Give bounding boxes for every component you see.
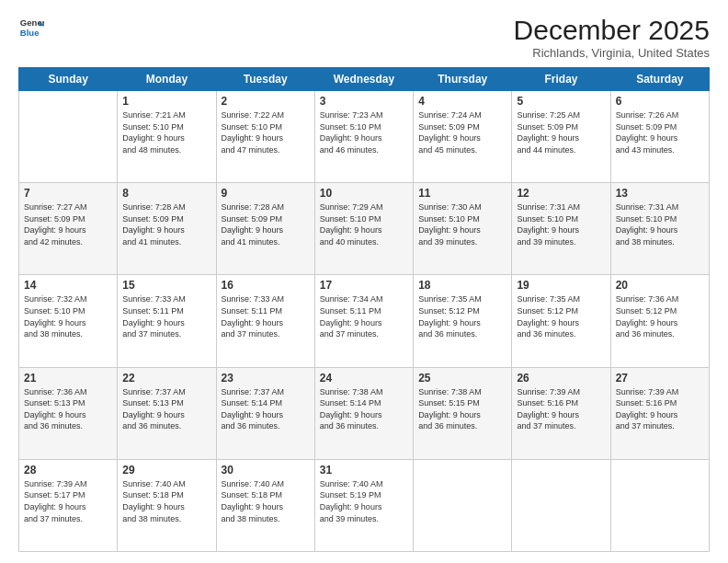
day-number: 31	[320, 464, 408, 477]
header-wednesday: Wednesday	[314, 68, 413, 91]
day-info: Sunrise: 7:28 AM Sunset: 5:09 PM Dayligh…	[122, 201, 210, 247]
calendar-cell: 2Sunrise: 7:22 AM Sunset: 5:10 PM Daylig…	[216, 91, 314, 183]
day-number: 15	[122, 279, 210, 292]
day-number: 5	[517, 95, 605, 108]
calendar-cell: 13Sunrise: 7:31 AM Sunset: 5:10 PM Dayli…	[610, 183, 709, 275]
calendar-cell: 9Sunrise: 7:28 AM Sunset: 5:09 PM Daylig…	[216, 183, 314, 275]
day-number: 6	[616, 95, 704, 108]
calendar-cell: 20Sunrise: 7:36 AM Sunset: 5:12 PM Dayli…	[610, 275, 709, 367]
day-number: 13	[616, 187, 704, 200]
calendar-cell: 28Sunrise: 7:39 AM Sunset: 5:17 PM Dayli…	[19, 459, 118, 551]
day-number: 12	[517, 187, 605, 200]
week-row-4: 21Sunrise: 7:36 AM Sunset: 5:13 PM Dayli…	[19, 367, 710, 459]
day-number: 23	[222, 372, 310, 385]
day-number: 7	[24, 187, 112, 200]
logo: General Blue	[18, 15, 44, 40]
day-info: Sunrise: 7:22 AM Sunset: 5:10 PM Dayligh…	[222, 109, 310, 155]
calendar-table: Sunday Monday Tuesday Wednesday Thursday…	[18, 67, 710, 552]
day-info: Sunrise: 7:27 AM Sunset: 5:09 PM Dayligh…	[24, 201, 112, 247]
day-number: 20	[616, 279, 704, 292]
calendar-cell: 4Sunrise: 7:24 AM Sunset: 5:09 PM Daylig…	[414, 91, 512, 183]
calendar-cell: 5Sunrise: 7:25 AM Sunset: 5:09 PM Daylig…	[512, 91, 610, 183]
calendar-cell	[19, 91, 118, 183]
day-info: Sunrise: 7:35 AM Sunset: 5:12 PM Dayligh…	[418, 293, 506, 339]
calendar-cell: 24Sunrise: 7:38 AM Sunset: 5:14 PM Dayli…	[314, 367, 413, 459]
day-info: Sunrise: 7:24 AM Sunset: 5:09 PM Dayligh…	[418, 109, 506, 155]
calendar-cell: 17Sunrise: 7:34 AM Sunset: 5:11 PM Dayli…	[314, 275, 413, 367]
calendar-cell	[414, 459, 512, 551]
week-row-5: 28Sunrise: 7:39 AM Sunset: 5:17 PM Dayli…	[19, 459, 710, 551]
day-info: Sunrise: 7:40 AM Sunset: 5:18 PM Dayligh…	[122, 478, 210, 524]
day-info: Sunrise: 7:39 AM Sunset: 5:16 PM Dayligh…	[517, 386, 605, 432]
day-number: 8	[122, 187, 210, 200]
month-title: December 2025	[514, 15, 710, 46]
day-number: 18	[418, 279, 506, 292]
day-info: Sunrise: 7:25 AM Sunset: 5:09 PM Dayligh…	[517, 109, 605, 155]
calendar-cell: 16Sunrise: 7:33 AM Sunset: 5:11 PM Dayli…	[216, 275, 314, 367]
day-number: 3	[320, 95, 408, 108]
day-number: 17	[320, 279, 408, 292]
header-sunday: Sunday	[19, 68, 118, 91]
day-number: 29	[122, 464, 210, 477]
calendar-cell: 25Sunrise: 7:38 AM Sunset: 5:15 PM Dayli…	[414, 367, 512, 459]
day-info: Sunrise: 7:35 AM Sunset: 5:12 PM Dayligh…	[517, 293, 605, 339]
week-row-2: 7Sunrise: 7:27 AM Sunset: 5:09 PM Daylig…	[19, 183, 710, 275]
header-thursday: Thursday	[414, 68, 512, 91]
calendar-cell: 7Sunrise: 7:27 AM Sunset: 5:09 PM Daylig…	[19, 183, 118, 275]
header-monday: Monday	[118, 68, 216, 91]
day-number: 19	[517, 279, 605, 292]
title-block: December 2025 Richlands, Virginia, Unite…	[514, 15, 710, 60]
calendar-cell: 14Sunrise: 7:32 AM Sunset: 5:10 PM Dayli…	[19, 275, 118, 367]
calendar-cell: 29Sunrise: 7:40 AM Sunset: 5:18 PM Dayli…	[118, 459, 216, 551]
header-saturday: Saturday	[610, 68, 709, 91]
day-headers-row: Sunday Monday Tuesday Wednesday Thursday…	[19, 68, 710, 91]
day-number: 22	[122, 372, 210, 385]
location: Richlands, Virginia, United States	[514, 46, 710, 60]
day-info: Sunrise: 7:28 AM Sunset: 5:09 PM Dayligh…	[222, 201, 310, 247]
calendar-cell	[512, 459, 610, 551]
day-info: Sunrise: 7:40 AM Sunset: 5:18 PM Dayligh…	[222, 478, 310, 524]
day-info: Sunrise: 7:34 AM Sunset: 5:11 PM Dayligh…	[320, 293, 408, 339]
calendar-cell: 19Sunrise: 7:35 AM Sunset: 5:12 PM Dayli…	[512, 275, 610, 367]
day-info: Sunrise: 7:29 AM Sunset: 5:10 PM Dayligh…	[320, 201, 408, 247]
day-number: 4	[418, 95, 506, 108]
header-friday: Friday	[512, 68, 610, 91]
calendar-cell: 10Sunrise: 7:29 AM Sunset: 5:10 PM Dayli…	[314, 183, 413, 275]
day-info: Sunrise: 7:30 AM Sunset: 5:10 PM Dayligh…	[418, 201, 506, 247]
day-info: Sunrise: 7:37 AM Sunset: 5:14 PM Dayligh…	[222, 386, 310, 432]
day-info: Sunrise: 7:37 AM Sunset: 5:13 PM Dayligh…	[122, 386, 210, 432]
calendar-cell: 8Sunrise: 7:28 AM Sunset: 5:09 PM Daylig…	[118, 183, 216, 275]
day-number: 24	[320, 372, 408, 385]
day-number: 25	[418, 372, 506, 385]
calendar-cell: 26Sunrise: 7:39 AM Sunset: 5:16 PM Dayli…	[512, 367, 610, 459]
day-info: Sunrise: 7:39 AM Sunset: 5:17 PM Dayligh…	[24, 478, 112, 524]
day-info: Sunrise: 7:31 AM Sunset: 5:10 PM Dayligh…	[517, 201, 605, 247]
calendar-cell: 1Sunrise: 7:21 AM Sunset: 5:10 PM Daylig…	[118, 91, 216, 183]
calendar-cell: 30Sunrise: 7:40 AM Sunset: 5:18 PM Dayli…	[216, 459, 314, 551]
calendar-cell: 22Sunrise: 7:37 AM Sunset: 5:13 PM Dayli…	[118, 367, 216, 459]
week-row-1: 1Sunrise: 7:21 AM Sunset: 5:10 PM Daylig…	[19, 91, 710, 183]
day-number: 11	[418, 187, 506, 200]
day-number: 14	[24, 279, 112, 292]
page: General Blue December 2025 Richlands, Vi…	[0, 0, 728, 563]
svg-text:Blue: Blue	[20, 28, 40, 38]
day-info: Sunrise: 7:39 AM Sunset: 5:16 PM Dayligh…	[616, 386, 704, 432]
day-info: Sunrise: 7:21 AM Sunset: 5:10 PM Dayligh…	[122, 109, 210, 155]
calendar-cell: 27Sunrise: 7:39 AM Sunset: 5:16 PM Dayli…	[610, 367, 709, 459]
calendar-cell: 12Sunrise: 7:31 AM Sunset: 5:10 PM Dayli…	[512, 183, 610, 275]
header-tuesday: Tuesday	[216, 68, 314, 91]
day-number: 30	[222, 464, 310, 477]
day-info: Sunrise: 7:33 AM Sunset: 5:11 PM Dayligh…	[222, 293, 310, 339]
day-info: Sunrise: 7:32 AM Sunset: 5:10 PM Dayligh…	[24, 293, 112, 339]
day-number: 27	[616, 372, 704, 385]
day-number: 9	[222, 187, 310, 200]
day-info: Sunrise: 7:26 AM Sunset: 5:09 PM Dayligh…	[616, 109, 704, 155]
day-info: Sunrise: 7:38 AM Sunset: 5:14 PM Dayligh…	[320, 386, 408, 432]
day-number: 28	[24, 464, 112, 477]
day-number: 21	[24, 372, 112, 385]
calendar-cell: 11Sunrise: 7:30 AM Sunset: 5:10 PM Dayli…	[414, 183, 512, 275]
day-number: 16	[222, 279, 310, 292]
calendar-cell: 18Sunrise: 7:35 AM Sunset: 5:12 PM Dayli…	[414, 275, 512, 367]
header: General Blue December 2025 Richlands, Vi…	[18, 15, 710, 60]
calendar-cell: 23Sunrise: 7:37 AM Sunset: 5:14 PM Dayli…	[216, 367, 314, 459]
